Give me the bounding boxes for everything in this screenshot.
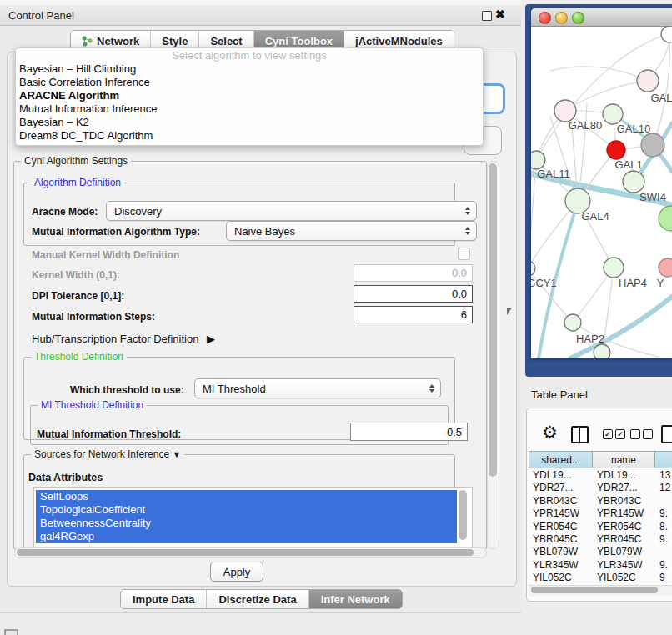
- gear-icon[interactable]: ⚙: [542, 424, 558, 441]
- mi-algorithm-type-value: Naive Bayes: [227, 225, 465, 238]
- network-node-gal7[interactable]: [637, 70, 659, 92]
- table-cell: YPR145W: [529, 508, 593, 519]
- kernel-width-label: Kernel Width (0,1):: [32, 269, 120, 281]
- network-node-gal10[interactable]: [603, 104, 623, 124]
- tab-impute-data[interactable]: Impute Data: [121, 590, 206, 608]
- algorithm-dropdown-popup: Select algorithm to view settings Bayesi…: [15, 48, 484, 146]
- algorithm-option[interactable]: Mutual Information Inference: [16, 102, 483, 116]
- which-threshold-select[interactable]: MI Threshold: [194, 378, 441, 398]
- network-node-hap2[interactable]: [564, 314, 581, 331]
- algorithm-option[interactable]: Bayesian – K2: [16, 116, 483, 129]
- table-cell: YLR345W: [529, 559, 593, 571]
- column-header[interactable]: name: [593, 451, 655, 468]
- mi-threshold-field[interactable]: [350, 422, 468, 441]
- mi-steps-field[interactable]: [354, 306, 473, 323]
- network-node-hap4[interactable]: [604, 258, 624, 278]
- table-row[interactable]: YER054CYER054C8.: [529, 521, 672, 532]
- data-attributes-list[interactable]: SelfLoopsTopologicalCoefficientBetweenne…: [33, 487, 473, 548]
- network-node[interactable]: [594, 344, 610, 358]
- algorithm-option[interactable]: Dream8 DC_TDC Algorithm: [16, 129, 483, 142]
- control-panel-titlebar[interactable]: [0, 5, 521, 26]
- table-cell: YDL19...: [593, 469, 655, 481]
- checked-checkbox-icon[interactable]: ✓: [603, 429, 613, 439]
- manual-kernel-width-checkbox[interactable]: [458, 248, 470, 260]
- settings-vertical-scrollbar-thumb[interactable]: [489, 163, 497, 477]
- table-row[interactable]: YIL052CYIL052C9: [529, 572, 672, 583]
- hub-definition-label: Hub/Transcription Factor Definition: [32, 332, 198, 345]
- table-row[interactable]: YDL19...YDL19...13: [529, 469, 672, 481]
- network-node-swi4[interactable]: [623, 171, 644, 192]
- network-node[interactable]: [661, 26, 672, 42]
- network-graph[interactable]: GAL7GAL80GAL10GAL1GAL11SWI4GAL4GCY1HAP4Y…: [531, 26, 672, 358]
- spinner-arrows-icon: [465, 207, 476, 215]
- column-header[interactable]: [655, 451, 672, 468]
- mi-algorithm-type-select[interactable]: Naive Bayes: [226, 221, 477, 241]
- algorithm-placeholder: Select algorithm to view settings: [16, 48, 483, 62]
- attribute-item[interactable]: TopologicalCoefficient: [36, 503, 457, 517]
- split-columns-icon[interactable]: [571, 426, 589, 443]
- table-row[interactable]: YBL079WYBL079W: [529, 546, 672, 558]
- network-window-titlebar[interactable]: [531, 8, 672, 27]
- table-cell: 9.: [655, 508, 672, 519]
- network-node-label: GAL1: [614, 158, 642, 171]
- table-cell: YLR345W: [593, 559, 655, 571]
- table-cell: YIL052C: [529, 572, 593, 583]
- table-row[interactable]: YBR045CYBR045C9.: [529, 533, 672, 545]
- table-cell: YIL052C: [593, 572, 655, 583]
- network-node-label: SWI4: [639, 191, 666, 203]
- attribute-item[interactable]: BetweennessCentrality: [36, 517, 457, 530]
- checked-checkbox-icon[interactable]: ✓: [615, 429, 625, 439]
- network-node-label: GAL7: [650, 92, 672, 104]
- network-node[interactable]: [659, 206, 672, 231]
- apply-button[interactable]: Apply: [210, 562, 263, 582]
- table-cell: 8.: [655, 521, 672, 532]
- attribute-item[interactable]: gal4RGexp: [36, 530, 457, 543]
- mi-steps-label: Mutual Information Steps:: [32, 311, 155, 322]
- table-cell: YBR043C: [529, 495, 593, 507]
- network-node[interactable]: [641, 133, 664, 157]
- network-node-gal1[interactable]: [607, 141, 625, 159]
- table-horizontal-scrollbar-thumb[interactable]: [531, 587, 658, 593]
- threshold-definition-title: Threshold Definition: [31, 351, 127, 362]
- float-window-button[interactable]: [482, 11, 492, 21]
- hub-definition-expander[interactable]: Hub/Transcription Factor Definition ▶: [32, 332, 215, 345]
- table-panel: ⚙ ✓ ✓ shared...name YDL19...YDL19...13YD…: [526, 408, 672, 602]
- minimize-traffic-light[interactable]: [555, 12, 568, 24]
- manual-kernel-width-label: Manual Kernel Width Definition: [32, 249, 179, 261]
- network-edge[interactable]: [550, 67, 648, 81]
- table-row[interactable]: YBR043CYBR043C: [529, 495, 672, 507]
- table-row[interactable]: YDR27...YDR27...12: [529, 482, 672, 493]
- network-node-label: HAP4: [619, 277, 647, 289]
- table-row[interactable]: YLR345WYLR345W9.: [529, 559, 672, 571]
- table-cell: 13: [655, 469, 672, 481]
- bottom-tabbar: Impute Data Discretize Data Infer Networ…: [120, 589, 403, 609]
- table-cell: 9: [655, 572, 672, 583]
- tab-discretize-data[interactable]: Discretize Data: [206, 590, 308, 608]
- table-row[interactable]: YPR145WYPR145W9.: [529, 508, 672, 519]
- network-node-gal11[interactable]: [531, 151, 545, 169]
- algorithm-option[interactable]: Basic Correlation Inference: [16, 76, 483, 89]
- unchecked-checkbox-icon[interactable]: [643, 429, 653, 439]
- network-node-y[interactable]: [659, 258, 672, 277]
- kernel-width-field[interactable]: [354, 264, 473, 282]
- screen: Control Panel ✖ Network Style Select Cyn…: [0, 0, 672, 635]
- dpi-tolerance-field[interactable]: [354, 285, 473, 302]
- close-traffic-light[interactable]: [539, 12, 551, 24]
- document-icon[interactable]: [661, 425, 672, 443]
- column-header[interactable]: shared...: [529, 451, 593, 468]
- attributes-list-scrollbar[interactable]: [459, 490, 467, 540]
- settings-horizontal-scrollbar-thumb[interactable]: [17, 549, 474, 556]
- unchecked-checkbox-icon[interactable]: [630, 429, 640, 439]
- tab-infer-network[interactable]: Infer Network: [308, 590, 402, 608]
- aracne-mode-select[interactable]: Discovery: [106, 201, 477, 221]
- collapse-arrow-icon[interactable]: ▼: [172, 449, 181, 459]
- algorithm-option[interactable]: ARACNE Algorithm: [16, 89, 483, 102]
- table-cell: YBR045C: [593, 533, 655, 545]
- attribute-item[interactable]: SelfLoops: [36, 490, 457, 503]
- table-cell: YDL19...: [529, 469, 593, 481]
- algorithm-option[interactable]: Bayesian – Hill Climbing: [16, 62, 483, 76]
- close-icon[interactable]: ✖: [495, 8, 505, 21]
- network-node-gcy1[interactable]: [531, 261, 535, 276]
- zoom-traffic-light[interactable]: [572, 12, 584, 24]
- dock-icon[interactable]: [4, 629, 18, 635]
